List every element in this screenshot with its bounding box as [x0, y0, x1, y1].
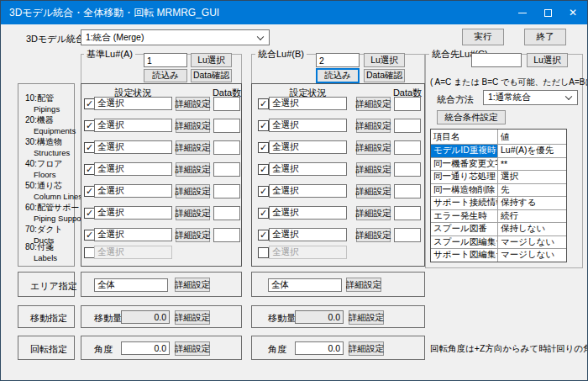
data-count-field[interactable]	[394, 140, 421, 155]
maximize-icon	[544, 9, 552, 17]
data-count-field[interactable]	[394, 119, 421, 133]
lu-a-select-button[interactable]: Lu選択	[191, 53, 232, 67]
table-row[interactable]: スプール図番保持しない	[431, 222, 566, 235]
status-field[interactable]	[269, 162, 347, 176]
table-header-item: 項目名	[431, 130, 498, 144]
table-row[interactable]: スプール図編集データマージしない	[431, 235, 566, 249]
move-detail-button-b[interactable]: 詳細設定	[349, 310, 384, 325]
detail-settings-button[interactable]: 詳細設定	[356, 97, 391, 111]
area-box-b: 詳細設定	[251, 272, 425, 297]
maximize-button[interactable]	[535, 1, 560, 24]
category-checkbox[interactable]	[258, 98, 269, 109]
category-label: 30:構造物Structures	[25, 136, 74, 157]
status-field[interactable]	[94, 206, 172, 220]
table-row[interactable]: サポート接続情報保持する	[431, 196, 566, 209]
category-checkbox[interactable]	[258, 164, 269, 175]
settings-panel-a: 設定状況 Data数 詳細設定 詳細設定 詳細設定 詳細設定	[81, 83, 242, 267]
area-input-a[interactable]	[94, 278, 168, 292]
table-row[interactable]: 同一通り芯処理選択	[431, 170, 566, 183]
lu-b-select-button[interactable]: Lu選択	[364, 53, 405, 67]
data-count-field[interactable]	[213, 184, 240, 198]
minimize-button[interactable]	[510, 1, 535, 24]
area-detail-button-b[interactable]: 詳細設定	[346, 278, 381, 292]
table-row[interactable]: モデルID重複時Lu#(A)を優先	[431, 144, 566, 157]
window-title: 3Dモデル統合・全体移動・回転 MRMRG_GUI	[9, 6, 219, 20]
detail-settings-button[interactable]: 詳細設定	[356, 206, 391, 220]
angle-input-b[interactable]	[295, 341, 344, 355]
area-box-a: 詳細設定	[81, 272, 242, 297]
status-field[interactable]	[94, 119, 172, 132]
lu-c-select-button[interactable]: Lu選択	[527, 53, 568, 67]
table-row[interactable]: 同一機番変更文字列**	[431, 157, 566, 171]
status-field[interactable]	[269, 206, 347, 220]
status-field[interactable]	[94, 140, 172, 154]
execute-button[interactable]: 実行	[462, 29, 504, 45]
data-count-field[interactable]	[394, 184, 421, 198]
detail-settings-button[interactable]: 詳細設定	[356, 228, 391, 242]
settings-row: 詳細設定	[252, 184, 424, 198]
detail-settings-button[interactable]: 詳細設定	[356, 162, 391, 177]
status-field[interactable]	[94, 228, 172, 241]
load-b-button[interactable]: 読込み	[316, 68, 360, 83]
detail-settings-button[interactable]: 詳細設定	[176, 162, 210, 177]
category-label: 50:通り芯Column Lines	[25, 180, 74, 201]
detail-settings-button[interactable]: 詳細設定	[176, 206, 210, 220]
close-button[interactable]: ✕	[560, 1, 585, 24]
status-field[interactable]	[269, 184, 347, 198]
lu-b-input[interactable]	[316, 53, 360, 67]
detail-settings-button[interactable]: 詳細設定	[176, 97, 210, 111]
rotate-detail-button-a[interactable]: 詳細設定	[175, 341, 210, 356]
data-count-field[interactable]	[213, 228, 240, 242]
status-field[interactable]	[269, 97, 347, 110]
table-row[interactable]: エラー発生時続行	[431, 209, 566, 223]
data-count-field[interactable]	[213, 97, 240, 111]
status-field[interactable]	[269, 228, 347, 241]
detail-settings-button[interactable]: 詳細設定	[176, 184, 210, 198]
rotate-detail-button-b[interactable]: 詳細設定	[349, 341, 384, 356]
detail-settings-button[interactable]: 詳細設定	[176, 119, 210, 133]
move-amount-input-b[interactable]	[295, 310, 344, 324]
data-count-field[interactable]	[213, 119, 240, 133]
detail-settings-button[interactable]: 詳細設定	[356, 184, 391, 198]
detail-settings-button[interactable]: 詳細設定	[356, 119, 391, 133]
detail-settings-button[interactable]: 詳細設定	[356, 140, 391, 155]
category-checkbox[interactable]	[258, 120, 269, 131]
data-count-field[interactable]	[394, 228, 421, 242]
data-check-a-button[interactable]: Data確認	[191, 69, 232, 82]
data-count-field[interactable]	[213, 206, 240, 220]
category-checkbox[interactable]	[258, 186, 269, 197]
data-check-b-button[interactable]: Data確認	[364, 69, 405, 82]
lu-a-input[interactable]	[144, 53, 187, 67]
category-checkbox[interactable]	[258, 208, 269, 219]
data-count-field[interactable]	[213, 162, 240, 177]
status-field[interactable]	[94, 97, 172, 110]
merge-method-dropdown[interactable]: 1:通常統合	[483, 90, 578, 105]
category-checkbox[interactable]	[258, 247, 269, 258]
exit-button[interactable]: 終了	[524, 29, 566, 45]
load-a-button[interactable]: 読込み	[144, 69, 187, 82]
data-count-field[interactable]	[394, 97, 421, 111]
lu-c-input[interactable]	[471, 53, 522, 67]
angle-input-a[interactable]	[121, 341, 170, 355]
area-detail-button-a[interactable]: 詳細設定	[175, 278, 210, 292]
status-field[interactable]	[94, 162, 172, 176]
table-row[interactable]: サポート図編集データマージしない	[431, 248, 566, 262]
area-input-b[interactable]	[268, 278, 342, 292]
category-checkbox[interactable]	[258, 230, 269, 241]
status-field[interactable]	[269, 140, 347, 154]
data-count-field[interactable]	[394, 206, 421, 220]
move-amount-label: 移動量	[94, 312, 122, 325]
detail-settings-button[interactable]: 詳細設定	[176, 228, 210, 242]
settings-row: 詳細設定	[252, 97, 424, 111]
detail-settings-button[interactable]: 詳細設定	[176, 140, 210, 155]
move-amount-input-a[interactable]	[121, 310, 170, 324]
merge-mode-dropdown[interactable]: 1:統合 (Merge)	[81, 29, 270, 45]
table-row[interactable]: 同一構造物削除先	[431, 183, 566, 197]
category-checkbox[interactable]	[258, 142, 269, 153]
data-count-field[interactable]	[394, 162, 421, 177]
merge-condition-button[interactable]: 統合条件設定	[437, 110, 506, 124]
move-detail-button-a[interactable]: 詳細設定	[175, 310, 210, 325]
status-field[interactable]	[269, 119, 347, 132]
status-field[interactable]	[94, 184, 172, 198]
data-count-field[interactable]	[213, 140, 240, 155]
